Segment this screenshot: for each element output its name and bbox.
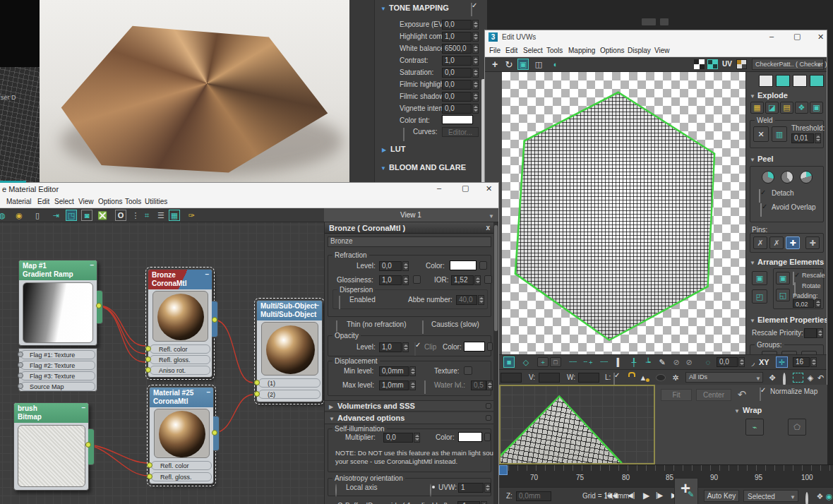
grid-size-value[interactable]: 16 xyxy=(793,357,810,367)
arrange-title[interactable]: Arrange Elements xyxy=(757,258,824,266)
grid-size-spinner[interactable] xyxy=(810,357,817,367)
face-mode-icon[interactable]: ◇ xyxy=(520,356,532,368)
map-slot-button[interactable] xyxy=(413,275,421,284)
pin-tool-icon[interactable]: ✗ xyxy=(753,236,767,249)
node-header[interactable]: Bronze CoronaMtl – xyxy=(148,270,212,289)
input-socket[interactable] xyxy=(254,380,260,385)
menu-options[interactable]: Options xyxy=(98,198,122,205)
level-spinner[interactable] xyxy=(402,261,409,271)
gbuffer-spinner[interactable] xyxy=(481,501,487,504)
u-field[interactable] xyxy=(501,373,522,383)
prev-frame-button[interactable]: ◀| xyxy=(628,491,635,499)
menu-file[interactable]: File xyxy=(489,47,501,54)
input-socket[interactable] xyxy=(18,352,23,357)
select-tool-icon[interactable]: □ xyxy=(550,357,561,367)
key-filters-dropdown[interactable]: Selected ▼ xyxy=(743,490,798,502)
fit-button[interactable]: Fit xyxy=(661,389,692,401)
arrange-tool-icon[interactable]: ▣ xyxy=(776,272,790,284)
input-socket[interactable] xyxy=(147,462,152,468)
edge-loop-icon[interactable]: ╌╌ xyxy=(567,356,580,368)
edge-mode-icon[interactable]: ■ xyxy=(503,356,515,368)
input-socket[interactable] xyxy=(145,356,151,362)
refraction-color-swatch[interactable] xyxy=(450,260,477,270)
multiplier-value[interactable]: 0,0 xyxy=(383,433,413,443)
rollout-open-icon[interactable]: ▼ xyxy=(380,165,386,172)
max-level-value[interactable]: 1,0mm xyxy=(379,380,409,390)
tone-row-value[interactable]: 6500,0 xyxy=(442,44,472,54)
input-socket[interactable] xyxy=(147,474,152,479)
explode-tool-icon[interactable]: ◪ xyxy=(765,102,779,114)
collapse-icon[interactable]: – xyxy=(206,388,210,397)
bloom-section-title[interactable]: BLOOM AND GLARE xyxy=(389,163,466,172)
gizmo-icon[interactable]: ✛ xyxy=(776,356,788,368)
soft-selection-icon[interactable]: ◌ xyxy=(702,356,714,368)
relax-tool-icon[interactable]: ⊘ xyxy=(684,356,694,368)
peel-tool-icon[interactable] xyxy=(781,171,793,184)
uvw-radio[interactable] xyxy=(430,484,431,497)
node-header[interactable]: Map #1 Gradient Ramp – xyxy=(19,260,97,280)
menu-options[interactable]: Options xyxy=(600,47,624,54)
clip-checkbox[interactable] xyxy=(414,342,416,356)
abbe-spinner[interactable] xyxy=(478,295,484,305)
edge-sel-to-seams-icon[interactable]: ⬠ xyxy=(788,419,806,436)
material-name-field[interactable]: Bronze xyxy=(328,236,491,247)
show-background-icon[interactable]: ❎ xyxy=(97,210,108,221)
node-slot[interactable]: Flag #2: Texture xyxy=(20,361,95,370)
glossiness-value[interactable]: 1,0 xyxy=(379,275,402,285)
node-slot[interactable]: Aniso rot. xyxy=(150,366,210,375)
node-slot[interactable]: (1) xyxy=(258,378,320,388)
node-bronze[interactable]: Bronze CoronaMtl – Refl. color Refl. glo… xyxy=(148,269,212,378)
menu-edit[interactable]: Edit xyxy=(37,198,49,205)
maximize-icon[interactable]: ▢ xyxy=(462,184,469,193)
tone-row-spinner[interactable] xyxy=(472,104,479,114)
zoom-region-icon[interactable] xyxy=(793,373,803,383)
curves-editor-button[interactable]: Editor... xyxy=(442,127,479,137)
local-axis-radio[interactable] xyxy=(335,484,337,497)
checker-pattern-dropdown[interactable]: CheckerPatt.. ( Checker ) ▼ xyxy=(752,59,824,70)
align-left-icon[interactable]: ┶ xyxy=(643,356,653,368)
node-material-25[interactable]: Material #25 CoronaMtl – Refl. color Ref… xyxy=(149,387,214,484)
packing-tool-icon[interactable] xyxy=(776,75,790,87)
relax-tool-icon[interactable]: ⊘ xyxy=(671,356,681,368)
tone-row-spinner[interactable] xyxy=(472,68,479,78)
explode-tool-icon[interactable]: ❖ xyxy=(795,102,808,114)
w-field[interactable] xyxy=(578,373,599,383)
uvw-channel-spinner[interactable] xyxy=(484,483,491,493)
paint-select-icon[interactable] xyxy=(656,374,666,381)
go-to-start-button[interactable]: |◀◀ xyxy=(605,491,618,499)
rollout-pin[interactable] xyxy=(486,403,491,409)
zoom-icon[interactable] xyxy=(805,492,808,504)
sample-material-icon[interactable]: ◍ xyxy=(0,210,8,221)
node-header[interactable]: Multi/Sub-Object Multi/Sub-Object – xyxy=(257,301,322,320)
maximize-icon[interactable]: ▢ xyxy=(793,32,801,41)
tone-row-value[interactable]: 0,0 xyxy=(442,104,472,114)
pin-tool-icon[interactable]: ✚ xyxy=(786,236,800,249)
output-socket[interactable] xyxy=(96,303,102,308)
node-slot[interactable]: Flag #1: Texture xyxy=(20,350,95,359)
min-level-value[interactable]: 0,0mm xyxy=(379,366,409,376)
rollout-open-icon[interactable]: ▼ xyxy=(380,6,386,12)
close-icon[interactable]: ✕ xyxy=(486,184,492,193)
rotate-icon[interactable]: ↻ xyxy=(503,59,515,70)
rollout-open-icon[interactable]: ▼ xyxy=(750,260,755,266)
move-icon[interactable]: + xyxy=(489,59,501,70)
rescale-priority-value[interactable] xyxy=(804,328,817,338)
input-socket[interactable] xyxy=(145,346,151,352)
uv-canvas[interactable] xyxy=(502,72,745,354)
packing-tool-icon[interactable] xyxy=(759,75,773,87)
menu-tools[interactable]: Tools xyxy=(125,198,141,205)
explode-tool-icon[interactable]: ▦ xyxy=(750,102,764,114)
tone-mapping-title[interactable]: TONE MAPPING xyxy=(389,4,449,12)
output-socket[interactable] xyxy=(212,317,217,323)
pan-icon[interactable]: ✥ xyxy=(767,372,777,383)
pin-tool-icon[interactable]: ✗ xyxy=(769,236,784,249)
rescale-priority-spinner[interactable] xyxy=(817,328,823,338)
menu-edit[interactable]: Edit xyxy=(505,47,517,54)
center-button[interactable]: Center xyxy=(696,389,731,401)
play-button[interactable]: ▶ xyxy=(643,491,649,500)
node-slot[interactable]: Source Map xyxy=(20,382,95,391)
uvw-channel-value[interactable]: 1 xyxy=(458,483,484,493)
input-socket[interactable] xyxy=(18,383,23,389)
explode-title[interactable]: Explode xyxy=(757,91,788,100)
peel-tool-icon[interactable] xyxy=(762,171,774,184)
